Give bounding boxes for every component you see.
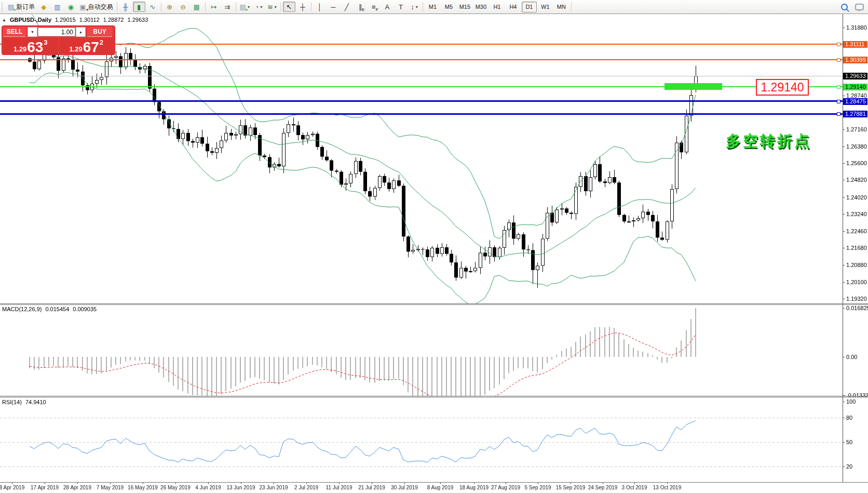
rsi-label: RSI(14) [2, 399, 22, 405]
volume-down-button[interactable]: ▼ [28, 27, 37, 37]
volume-input[interactable]: 1.00 [38, 28, 75, 36]
toolbar-separator [117, 2, 117, 11]
collapse-arrow-icon[interactable]: ▲ [2, 18, 6, 22]
price-level-line[interactable] [0, 44, 843, 45]
date-tick-label: 13 Oct 2019 [653, 485, 681, 490]
templates-button[interactable]: ▤＋▾ [238, 2, 251, 12]
price-level-line[interactable] [0, 76, 843, 76]
toolbar: ▤＋新订单◆▥◉▣●自动交易╫▮∿⊕⊖▦↦⇉▤＋▾◔▾≋▾↖┼│─╱∥E≡FAT… [0, 0, 868, 14]
vertical-line-icon: │ [318, 4, 322, 10]
price-level-marker[interactable] [837, 58, 840, 62]
timeframe-m30[interactable]: M30 [473, 2, 489, 12]
zoom-out-button[interactable]: ⊖ [177, 2, 189, 12]
horizontal-line-button[interactable]: ─ [327, 2, 340, 12]
date-tick-label: 26 May 2019 [160, 485, 191, 490]
turning-point-annotation[interactable]: 多空转折点 [726, 131, 811, 152]
timeframe-h4[interactable]: H4 [506, 2, 521, 12]
panel-splitter[interactable] [0, 397, 868, 397]
text-icon: A [385, 4, 390, 10]
arrows-button[interactable]: ↕▾ [408, 2, 421, 12]
date-tick-label: 30 Jul 2019 [391, 485, 418, 490]
timeframe-mn[interactable]: MN [554, 2, 569, 12]
timeframe-m15[interactable]: M15 [457, 2, 472, 12]
new-order-button[interactable]: ▤＋新订单 [6, 2, 36, 12]
price-callout-box[interactable]: 1.29140 [756, 79, 809, 96]
sell-price[interactable]: 1.29 63 3 [3, 38, 58, 55]
chevron-down-icon[interactable]: ▾ [275, 5, 277, 9]
price-level-marker[interactable] [837, 100, 840, 103]
timeframe-m5[interactable]: M5 [441, 2, 456, 12]
price-tick-mark [843, 129, 845, 130]
timeframe-m1[interactable]: M1 [425, 2, 440, 12]
chart-shift-button[interactable]: ⇉ [221, 2, 234, 12]
timeframe-h1[interactable]: H1 [490, 2, 505, 12]
line-chart-button[interactable]: ∿ [146, 2, 159, 12]
panel-splitter[interactable] [0, 396, 868, 396]
text-label-icon: T [399, 4, 403, 10]
rsi-tick-mark [843, 442, 845, 443]
sell-button[interactable]: SELL [3, 27, 26, 37]
price-level-label: 1.29633 [843, 73, 867, 79]
buy-button[interactable]: BUY [87, 27, 112, 37]
text-label-button[interactable]: T [395, 2, 407, 12]
new-order-icon-badge: ＋ [12, 8, 17, 12]
date-tick-label: 8 Apr 2019 [0, 485, 24, 490]
main-chart-panel[interactable] [0, 15, 843, 303]
auto-scroll-button[interactable]: ↦ [208, 2, 220, 12]
zoom-in-icon: ⊕ [167, 4, 172, 10]
price-level-line[interactable] [0, 59, 843, 60]
price-level-marker[interactable] [837, 112, 840, 116]
cursor-button[interactable]: ↖ [283, 2, 295, 12]
tile-windows-icon: ▦ [193, 4, 199, 10]
indicators-button[interactable]: ≋▾ [266, 2, 278, 12]
text-button[interactable]: A [381, 2, 394, 12]
charts-button[interactable]: ▥ [51, 2, 63, 12]
panel-splitter[interactable] [0, 303, 868, 304]
fibonacci-button[interactable]: ≡F [368, 2, 380, 12]
macd-panel[interactable] [0, 305, 843, 396]
autotrade-icon-badge: ● [86, 8, 89, 12]
chat-icon[interactable] [855, 4, 864, 10]
price-level-line[interactable] [0, 100, 843, 102]
timeframe-d1[interactable]: D1 [522, 2, 537, 12]
crosshair-button[interactable]: ┼ [296, 2, 309, 12]
tile-windows-button[interactable]: ▦ [191, 2, 203, 12]
autotrade-button[interactable]: ▣●自动交易 [78, 2, 114, 12]
bar-chart-button[interactable]: ╫ [119, 2, 132, 12]
arrows-icon: ↕ [411, 4, 414, 10]
trendline-button[interactable]: ╱ [341, 2, 353, 12]
gold-button[interactable]: ◆ [37, 2, 50, 12]
date-tick-label: 11 Jul 2019 [326, 485, 352, 490]
vertical-line-button[interactable]: │ [314, 2, 326, 12]
trendline-icon: ╱ [345, 4, 349, 10]
panel-splitter[interactable] [0, 304, 868, 305]
channel-button[interactable]: ∥E [354, 2, 367, 12]
search-icon[interactable] [841, 4, 848, 10]
signals-button[interactable]: ◉ [64, 2, 77, 12]
periods-button[interactable]: ◔▾ [252, 2, 265, 12]
price-tick-mark [843, 214, 845, 215]
price-level-label: 1.31111 [843, 41, 867, 48]
zoom-in-button[interactable]: ⊕ [164, 2, 176, 12]
rsi-tick-mark [843, 467, 845, 467]
volume-up-button[interactable]: ▲ [76, 27, 86, 37]
date-tick-label: 5 Sep 2019 [524, 485, 551, 490]
highlight-rectangle[interactable] [664, 83, 722, 90]
candlestick-button[interactable]: ▮ [133, 2, 145, 12]
buy-price[interactable]: 1.29 67 2 [59, 38, 114, 55]
chevron-down-icon[interactable]: ▾ [416, 5, 418, 9]
toolbar-separator [161, 2, 161, 11]
rsi-panel[interactable] [0, 397, 843, 482]
date-tick-label: 16 May 2019 [128, 485, 158, 490]
rsi-tick-mark [843, 418, 845, 418]
price-level-marker[interactable] [837, 43, 840, 46]
timeframe-w1[interactable]: W1 [538, 2, 553, 12]
chevron-down-icon[interactable]: ▾ [260, 5, 262, 9]
chart-title: GBPUSD-,Daily [10, 17, 51, 23]
price-level-line[interactable] [0, 113, 843, 115]
price-level-marker[interactable] [837, 85, 840, 89]
price-tick-mark [843, 282, 845, 283]
price-tick-mark [843, 248, 845, 248]
auto-scroll-icon: ↦ [211, 4, 216, 10]
date-tick-label: 17 Apr 2019 [31, 485, 59, 490]
